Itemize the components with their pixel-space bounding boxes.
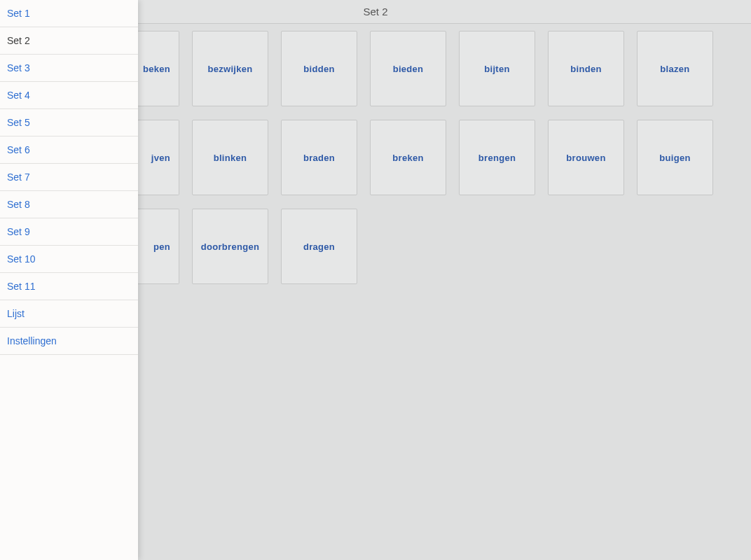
word-card[interactable]: breken (370, 120, 446, 195)
sidebar-item-label: Set 6 (7, 144, 30, 155)
sidebar-item-label: Set 2 (7, 35, 30, 46)
word-card[interactable]: blinken (192, 120, 268, 195)
sidebar-item-set-11[interactable]: Set 11 (0, 273, 138, 300)
word-label: dragen (303, 241, 335, 252)
word-card[interactable]: brengen (459, 120, 535, 195)
sidebar-item-label: Set 1 (7, 8, 30, 19)
grid-row: jven blinken braden breken brengen brouw… (103, 120, 751, 195)
word-card[interactable]: brouwen (548, 120, 624, 195)
sidebar: Set 1 Set 2 Set 3 Set 4 Set 5 Set 6 Set … (0, 0, 138, 560)
sidebar-item-label: Set 7 (7, 172, 30, 183)
word-card[interactable]: buigen (637, 120, 713, 195)
sidebar-item-set-4[interactable]: Set 4 (0, 82, 138, 109)
word-card[interactable]: bijten (459, 31, 535, 106)
word-label: brengen (478, 153, 516, 163)
sidebar-item-set-2[interactable]: Set 2 (0, 27, 138, 55)
sidebar-item-set-1[interactable]: Set 1 (0, 0, 138, 27)
word-card[interactable]: bezwijken (192, 31, 268, 106)
sidebar-item-set-8[interactable]: Set 8 (0, 191, 138, 218)
page-title-text: Set 2 (363, 6, 387, 18)
sidebar-item-set-10[interactable]: Set 10 (0, 246, 138, 273)
word-card[interactable]: doorbrengen (192, 209, 268, 284)
word-label: binden (570, 64, 601, 74)
sidebar-item-label: Lijst (7, 308, 25, 319)
word-label: bezwijken (207, 64, 252, 74)
word-label: blinken (214, 153, 247, 163)
word-label: breken (392, 153, 423, 163)
word-label: jven (151, 153, 170, 163)
sidebar-item-label: Set 4 (7, 90, 30, 101)
word-card[interactable]: dragen (281, 209, 357, 284)
word-label: beken (143, 64, 170, 74)
sidebar-item-label: Set 11 (7, 281, 35, 292)
sidebar-item-set-7[interactable]: Set 7 (0, 164, 138, 191)
sidebar-item-instellingen[interactable]: Instellingen (0, 328, 138, 355)
word-card[interactable]: braden (281, 120, 357, 195)
word-label: braden (303, 153, 335, 163)
sidebar-item-set-5[interactable]: Set 5 (0, 109, 138, 136)
sidebar-item-set-6[interactable]: Set 6 (0, 136, 138, 164)
sidebar-item-label: Instellingen (7, 335, 57, 346)
sidebar-item-label: Set 5 (7, 117, 30, 128)
grid-row: pen doorbrengen dragen (103, 209, 751, 284)
word-label: bidden (303, 64, 334, 74)
word-card[interactable]: binden (548, 31, 624, 106)
word-label: doorbrengen (201, 241, 259, 252)
word-card[interactable]: bieden (370, 31, 446, 106)
word-label: bieden (393, 64, 424, 74)
word-card[interactable]: bidden (281, 31, 357, 106)
word-card[interactable]: blazen (637, 31, 713, 106)
grid-row: beken bezwijken bidden bieden bijten bin… (103, 31, 751, 106)
word-label: brouwen (566, 153, 605, 163)
sidebar-item-lijst[interactable]: Lijst (0, 300, 138, 328)
sidebar-item-label: Set 10 (7, 253, 35, 265)
sidebar-item-label: Set 9 (7, 226, 30, 237)
sidebar-item-label: Set 8 (7, 199, 30, 210)
sidebar-item-label: Set 3 (7, 62, 30, 74)
sidebar-item-set-9[interactable]: Set 9 (0, 218, 138, 246)
word-label: pen (153, 241, 170, 252)
sidebar-item-set-3[interactable]: Set 3 (0, 55, 138, 82)
word-label: buigen (659, 153, 690, 163)
word-label: bijten (484, 64, 509, 74)
word-label: blazen (660, 64, 689, 74)
